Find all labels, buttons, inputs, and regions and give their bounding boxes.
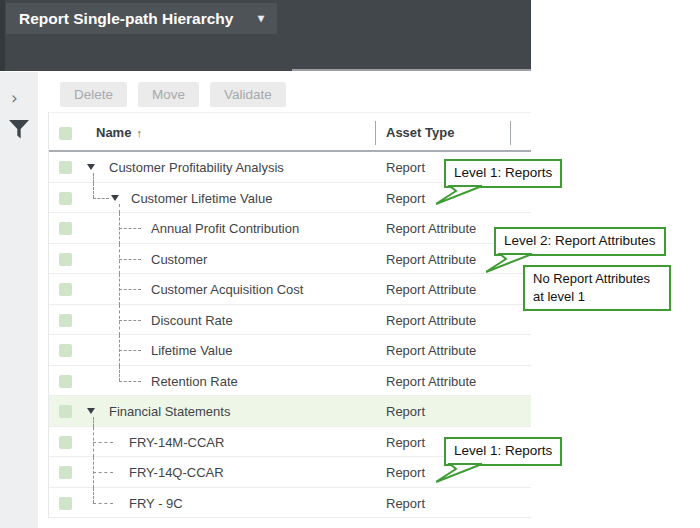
annotation-text: Level 2: Report Attributes	[504, 233, 656, 248]
table-row[interactable]: Retention RateReport Attribute	[49, 366, 531, 397]
asset-type: Report Attribute	[386, 374, 476, 389]
collapse-caret-icon[interactable]	[87, 408, 95, 414]
select-all-checkbox[interactable]	[59, 127, 72, 140]
window-edge-strip	[0, 0, 5, 71]
tree-connector-line	[119, 381, 141, 382]
tree-connector-line	[93, 503, 113, 504]
tree-connector-line	[93, 173, 94, 183]
column-header-asset-type[interactable]: Asset Type	[386, 125, 454, 140]
tree-connector-line	[93, 488, 94, 503]
row-checkbox[interactable]	[59, 161, 72, 174]
row-checkbox[interactable]	[59, 344, 72, 357]
asset-name[interactable]: FRY-14Q-CCAR	[129, 465, 224, 480]
annotation-callout: Level 1: Reports	[444, 437, 562, 466]
row-checkbox[interactable]	[59, 283, 72, 296]
asset-name[interactable]: Customer Lifetime Value	[131, 191, 272, 206]
tree-connector-line	[119, 204, 120, 214]
table-row[interactable]: Annual Profit ContributionReport Attribu…	[49, 213, 531, 244]
column-divider[interactable]	[510, 121, 511, 145]
table-row[interactable]: Lifetime ValueReport Attribute	[49, 335, 531, 366]
tree-connector-line	[119, 366, 120, 381]
tree-connector-line	[93, 417, 94, 427]
sort-ascending-icon: ↑	[136, 127, 142, 139]
asset-type: Report	[386, 496, 425, 511]
chevron-down-icon: ▾	[258, 3, 264, 34]
row-checkbox[interactable]	[59, 314, 72, 327]
tree-connector-line	[93, 472, 113, 473]
toolbar: DeleteMoveValidate	[60, 82, 297, 108]
asset-type: Report Attribute	[386, 282, 476, 297]
tree-connector-line	[119, 259, 141, 260]
asset-name[interactable]: Annual Profit Contribution	[151, 221, 299, 236]
row-checkbox[interactable]	[59, 436, 72, 449]
annotation-callout: No Report Attributes at level 1	[523, 265, 671, 311]
asset-type: Report	[386, 435, 425, 450]
asset-type: Report	[386, 160, 425, 175]
row-checkbox[interactable]	[59, 192, 72, 205]
row-checkbox[interactable]	[59, 375, 72, 388]
hierarchy-dropdown[interactable]: Report Single-path Hierarchy ▾	[6, 3, 277, 34]
asset-name[interactable]: Lifetime Value	[151, 343, 232, 358]
collapse-caret-icon[interactable]	[87, 164, 95, 170]
annotation-text: Level 1: Reports	[454, 443, 552, 458]
asset-type: Report Attribute	[386, 343, 476, 358]
row-checkbox[interactable]	[59, 497, 72, 510]
top-header-bar: Report Single-path Hierarchy ▾	[0, 0, 531, 71]
row-checkbox[interactable]	[59, 405, 72, 418]
name-column-label: Name	[96, 125, 131, 140]
validate-button[interactable]: Validate	[210, 82, 286, 107]
row-checkbox[interactable]	[59, 466, 72, 479]
asset-name[interactable]: Customer Profitability Analysis	[109, 160, 284, 175]
row-checkbox[interactable]	[59, 253, 72, 266]
annotation-text: Level 1: Reports	[454, 165, 552, 180]
asset-name[interactable]: Customer	[151, 252, 207, 267]
delete-button[interactable]: Delete	[60, 82, 127, 107]
filter-icon[interactable]	[9, 120, 29, 143]
table-row[interactable]: CustomerReport Attribute	[49, 244, 531, 275]
asset-name[interactable]: FRY-14M-CCAR	[129, 435, 224, 450]
asset-name[interactable]: Retention Rate	[151, 374, 238, 389]
asset-name[interactable]: Discount Rate	[151, 313, 233, 328]
asset-type: Report Attribute	[386, 252, 476, 267]
tree-connector-line	[119, 289, 141, 290]
tree-connector-line	[93, 442, 113, 443]
annotation-callout: Level 1: Reports	[444, 159, 562, 188]
asset-type: Report Attribute	[386, 221, 476, 236]
asset-name[interactable]: FRY - 9C	[129, 496, 183, 511]
callout-tail-icon	[436, 185, 484, 207]
table-row[interactable]: Financial StatementsReport	[49, 396, 531, 427]
left-sidebar: ›	[0, 72, 38, 528]
asset-type: Report	[386, 465, 425, 480]
column-header-name[interactable]: Name↑	[96, 125, 142, 140]
row-checkbox[interactable]	[59, 222, 72, 235]
asset-type: Report Attribute	[386, 313, 476, 328]
move-button[interactable]: Move	[138, 82, 199, 107]
collapse-caret-icon[interactable]	[111, 195, 119, 201]
asset-type: Report	[386, 404, 425, 419]
callout-tail-icon	[436, 463, 484, 485]
table-row[interactable]: FRY - 9CReport	[49, 488, 531, 519]
expand-panel-icon[interactable]: ›	[11, 88, 18, 108]
annotation-callout: Level 2: Report Attributes	[494, 227, 666, 256]
tree-connector-line	[119, 350, 141, 351]
annotation-text: No Report Attributes at level 1	[533, 271, 650, 304]
tree-connector-line	[119, 320, 141, 321]
column-divider[interactable]	[375, 121, 376, 145]
asset-name[interactable]: Customer Acquisition Cost	[151, 282, 303, 297]
app-window: Report Single-path Hierarchy ▾ › DeleteM…	[0, 0, 700, 528]
table-header-row: Name↑ Asset Type	[49, 112, 531, 152]
hierarchy-dropdown-label: Report Single-path Hierarchy	[19, 10, 233, 27]
tree-connector-line	[119, 228, 141, 229]
asset-type: Report	[386, 191, 425, 206]
asset-name[interactable]: Financial Statements	[109, 404, 230, 419]
table-row[interactable]: Customer Acquisition CostReport Attribut…	[49, 274, 531, 305]
tree-connector-line	[93, 198, 109, 199]
tree-connector-line	[93, 183, 94, 198]
header-divider	[292, 69, 531, 71]
table-row[interactable]: Discount RateReport Attribute	[49, 305, 531, 336]
